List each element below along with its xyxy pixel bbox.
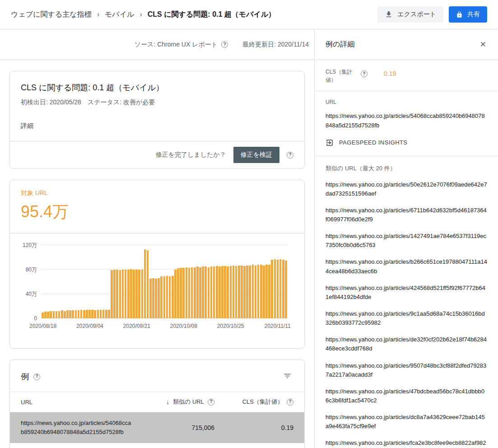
chart-bar[interactable] (180, 268, 182, 318)
chart-bar[interactable] (113, 270, 116, 318)
chart-bar[interactable] (133, 270, 135, 318)
chart-bar[interactable] (246, 266, 248, 318)
chart-bar[interactable] (66, 310, 69, 318)
chart-bar[interactable] (216, 266, 218, 318)
chart-bar[interactable] (144, 249, 146, 318)
chart-bar[interactable] (282, 260, 284, 318)
affected-urls-summary[interactable]: 対象 URL 95.4万 (10, 180, 304, 233)
breadcrumb-core-web-vitals[interactable]: ウェブに関する主な指標 (11, 10, 92, 19)
chart-bar[interactable] (219, 266, 221, 318)
panel-main-url[interactable]: https://news.yahoo.co.jp/articles/54068c… (326, 112, 487, 131)
help-icon[interactable]: ? (287, 152, 293, 159)
chart-bar[interactable] (227, 266, 229, 318)
similar-url-item[interactable]: https://news.yahoo.co.jp/articles/47bdcb… (326, 387, 487, 405)
chart-bar[interactable] (141, 270, 144, 318)
chart-bar[interactable] (174, 270, 177, 318)
chart-bar[interactable] (42, 313, 44, 319)
chart-bar[interactable] (196, 266, 199, 318)
chart-bar[interactable] (279, 259, 282, 318)
chart-bar[interactable] (186, 267, 188, 318)
chart-bar[interactable] (230, 266, 232, 318)
chart-bar[interactable] (213, 266, 215, 318)
chart-bar[interactable] (160, 276, 163, 318)
help-icon[interactable]: ? (221, 41, 228, 48)
chart-bar[interactable] (138, 270, 140, 318)
chart-bar[interactable] (202, 266, 204, 318)
chart-bar[interactable] (172, 276, 174, 319)
chart-bar[interactable] (50, 311, 52, 318)
chart-bar[interactable] (271, 260, 273, 318)
breadcrumb-mobile[interactable]: モバイル (105, 10, 135, 19)
chart-bar[interactable] (108, 310, 110, 318)
similar-url-item[interactable]: https://news.yahoo.co.jp/articles/de32f0… (326, 335, 487, 353)
chart-bar[interactable] (169, 276, 171, 318)
chart-bar[interactable] (130, 269, 132, 318)
similar-url-item[interactable]: https://news.yahoo.co.jp/articles/dc8a7a… (326, 413, 487, 431)
chart-bar[interactable] (64, 311, 66, 318)
chart-bar[interactable] (205, 266, 207, 318)
similar-url-item[interactable]: https://news.yahoo.co.jp/articles/fca2e3… (326, 439, 487, 448)
similar-url-item[interactable]: https://news.yahoo.co.jp/articles/142749… (326, 232, 487, 250)
table-row[interactable]: https://news.yahoo.co.jp/articles/0d 157… (10, 443, 304, 448)
validate-fix-button[interactable]: 修正を検証 (233, 147, 279, 163)
chart-bar[interactable] (210, 266, 213, 318)
chart-bar[interactable] (97, 310, 99, 318)
close-panel-button[interactable]: ✕ (480, 41, 486, 48)
chart-bar[interactable] (188, 268, 191, 318)
chart-bar[interactable] (158, 278, 160, 318)
chart-bar[interactable] (116, 270, 118, 318)
chart-bar[interactable] (88, 310, 91, 318)
chart-bar[interactable] (69, 310, 71, 318)
chart-bar[interactable] (86, 310, 88, 318)
chart-bar[interactable] (221, 266, 223, 318)
chart-bar[interactable] (199, 267, 201, 318)
chart-bar[interactable] (224, 266, 226, 318)
chart-bar[interactable] (100, 310, 102, 318)
chart-bar[interactable] (127, 270, 130, 318)
chart-bar[interactable] (149, 279, 152, 318)
chart-bar[interactable] (252, 265, 254, 318)
chart-bar[interactable] (182, 268, 185, 318)
chart-bar[interactable] (277, 260, 279, 318)
help-icon[interactable]: ? (208, 399, 214, 406)
chart-bar[interactable] (194, 267, 196, 318)
table-row[interactable]: https://news.yahoo.co.jp/articles/54068c… (10, 412, 304, 443)
help-icon[interactable]: ? (287, 399, 293, 406)
chart-bar[interactable] (58, 311, 61, 318)
chart-bar[interactable] (233, 266, 235, 318)
chart-bar[interactable] (135, 270, 138, 318)
chart-bar[interactable] (80, 310, 83, 318)
chart-bar[interactable] (56, 311, 58, 318)
pagespeed-insights-link[interactable]: PAGESPEED INSIGHTS (326, 139, 407, 147)
chart-bar[interactable] (208, 267, 210, 318)
chart-bar[interactable] (249, 266, 251, 318)
sort-descending-icon[interactable]: ↓ (166, 398, 169, 406)
help-icon[interactable]: ? (361, 70, 368, 77)
chart-bar[interactable] (238, 266, 240, 318)
chart-bar[interactable] (125, 270, 127, 318)
chart-bar[interactable] (72, 310, 74, 318)
chart-bar[interactable] (241, 266, 243, 318)
chart-bar[interactable] (243, 266, 246, 318)
chart-bar[interactable] (44, 312, 47, 318)
column-header-similar-urls[interactable]: ↓ 類似の URL ? (135, 398, 214, 406)
chart-bar[interactable] (111, 270, 113, 318)
column-header-cls[interactable]: CLS（集計値） ? (214, 398, 293, 406)
chart-bar[interactable] (155, 279, 157, 318)
chart-bar[interactable] (122, 270, 124, 318)
details-link[interactable]: 詳細 (21, 122, 33, 130)
help-icon[interactable]: ? (33, 373, 40, 380)
chart-bar[interactable] (91, 310, 93, 318)
chart-bar[interactable] (152, 278, 154, 318)
chart-bar[interactable] (166, 276, 168, 319)
filter-button[interactable] (281, 370, 293, 383)
chart-bar[interactable] (257, 265, 260, 318)
chart-bar[interactable] (147, 250, 149, 318)
chart-bar[interactable] (163, 276, 166, 318)
chart-bar[interactable] (53, 311, 55, 318)
similar-url-item[interactable]: https://news.yahoo.co.jp/articles/50e261… (326, 180, 487, 198)
chart-bar[interactable] (47, 312, 49, 318)
similar-url-item[interactable]: https://news.yahoo.co.jp/articles/9507d4… (326, 361, 487, 379)
share-button[interactable]: 共有 (449, 6, 487, 23)
chart-bar[interactable] (177, 268, 179, 318)
